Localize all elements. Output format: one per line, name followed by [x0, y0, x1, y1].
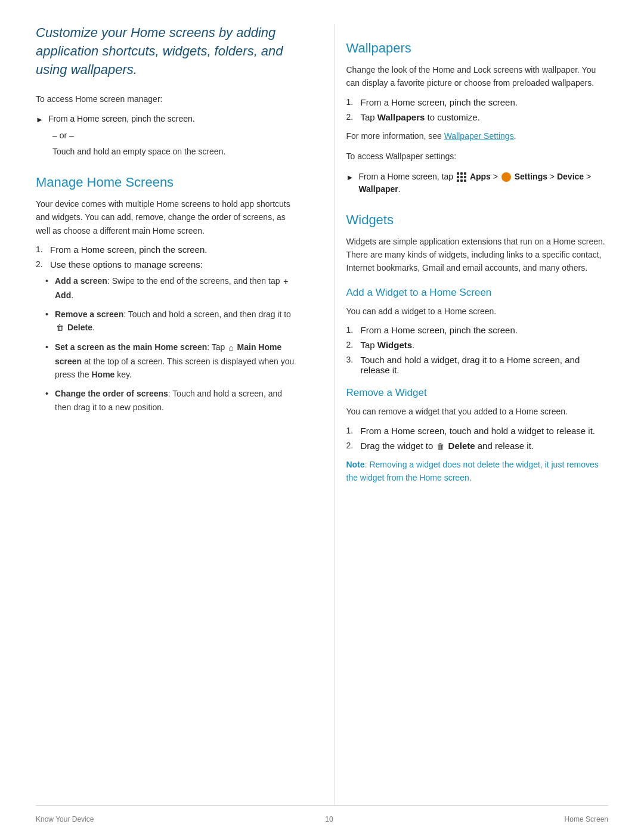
add-widget-body: You can add a widget to a Home screen.	[346, 305, 609, 318]
wallpapers-bullet: ► From a Home screen, tap Apps > Setting…	[346, 171, 609, 196]
touch-text: Touch and hold an empty space on the scr…	[52, 145, 298, 158]
intro-title: Customize your Home screens by adding ap…	[36, 24, 298, 79]
plus-icon: +	[283, 275, 288, 288]
add-widget-step2: 2. Tap Widgets.	[346, 340, 609, 350]
manage-step2: 2. Use these options to manage screens:	[36, 259, 298, 270]
right-column: Wallpapers Change the look of the Home a…	[334, 24, 609, 805]
bullet-main-label: Set a screen as the main Home screen	[55, 342, 207, 352]
manage-step1-text: From a Home screen, pinch the screen.	[50, 244, 207, 255]
settings-gear-icon	[501, 172, 511, 182]
wallpapers-access-label: To access Wallpaper settings:	[346, 150, 609, 163]
left-column: Customize your Home screens by adding ap…	[36, 24, 310, 805]
manage-step1: 1. From a Home screen, pinch the screen.	[36, 244, 298, 255]
bullet-remove-screen: Remove a screen: Touch and hold a screen…	[48, 308, 298, 335]
trash-icon-remove: 🗑	[56, 322, 64, 335]
footer: Know Your Device 10 Home Screen	[36, 805, 608, 833]
bullet-pinch-text: From a Home screen, pinch the screen.	[48, 113, 195, 125]
apps-grid-icon	[457, 172, 466, 182]
manage-bullets: Add a screen: Swipe to the end of the sc…	[48, 274, 298, 414]
bullet-add-screen: Add a screen: Swipe to the end of the sc…	[48, 274, 298, 302]
add-widget-step3: 3. Touch and hold a widget, drag it to a…	[346, 355, 609, 375]
arrow-icon-wallpaper: ►	[346, 172, 354, 184]
add-widget-step1-text: From a Home screen, pinch the screen.	[361, 325, 518, 335]
access-label: To access Home screen manager:	[36, 93, 298, 106]
or-text: – or –	[52, 129, 298, 142]
add-widget-step3-text: Touch and hold a widget, drag it to a Ho…	[361, 355, 609, 375]
footer-left: Know Your Device	[36, 815, 94, 823]
remove-widget-title: Remove a Widget	[346, 387, 609, 399]
wallpapers-step1-text: From a Home screen, pinch the screen.	[361, 97, 518, 107]
bullet-order-screens: Change the order of screens: Touch and h…	[48, 387, 298, 414]
wallpapers-body: Change the look of the Home and Lock scr…	[346, 63, 609, 90]
add-widget-step1: 1. From a Home screen, pinch the screen.	[346, 325, 609, 335]
widgets-body: Widgets are simple application extension…	[346, 235, 609, 275]
remove-widget-step1-text: From a Home screen, touch and hold a wid…	[361, 426, 596, 436]
wallpapers-step1: 1. From a Home screen, pinch the screen.	[346, 97, 609, 107]
remove-widget-step2: 2. Drag the widget to 🗑 Delete and relea…	[346, 441, 609, 451]
bullet-remove-label: Remove a screen	[55, 309, 123, 319]
home-icon: ⌂	[228, 341, 233, 354]
manage-body: Your device comes with multiple Home scr…	[36, 197, 298, 237]
bullet-main-screen: Set a screen as the main Home screen: Ta…	[48, 340, 298, 381]
remove-widget-step1: 1. From a Home screen, touch and hold a …	[346, 426, 609, 436]
trash-icon-widget: 🗑	[436, 442, 444, 451]
arrow-icon: ►	[36, 114, 44, 126]
wallpaper-settings-link[interactable]: Wallpaper Settings	[444, 131, 514, 141]
manage-step2-text: Use these options to manage screens:	[50, 259, 203, 270]
bullet-add-label: Add a screen	[55, 276, 107, 286]
bullet-pinch: ► From a Home screen, pinch the screen.	[36, 113, 298, 126]
wallpapers-title: Wallpapers	[346, 41, 609, 56]
note-text: Note: Removing a widget does not delete …	[346, 458, 609, 485]
widgets-title: Widgets	[346, 212, 609, 228]
add-widget-title: Add a Widget to a Home Screen	[346, 287, 609, 299]
wallpapers-more-info: For more information, see Wallpaper Sett…	[346, 129, 609, 143]
manage-title: Manage Home Screens	[36, 175, 298, 190]
bullet-order-label: Change the order of screens	[55, 389, 168, 398]
wallpapers-step2: 2. Tap Wallpapers to customize.	[346, 112, 609, 122]
footer-center: 10	[325, 815, 333, 823]
footer-right: Home Screen	[565, 815, 608, 823]
remove-widget-body: You can remove a widget that you added t…	[346, 405, 609, 418]
